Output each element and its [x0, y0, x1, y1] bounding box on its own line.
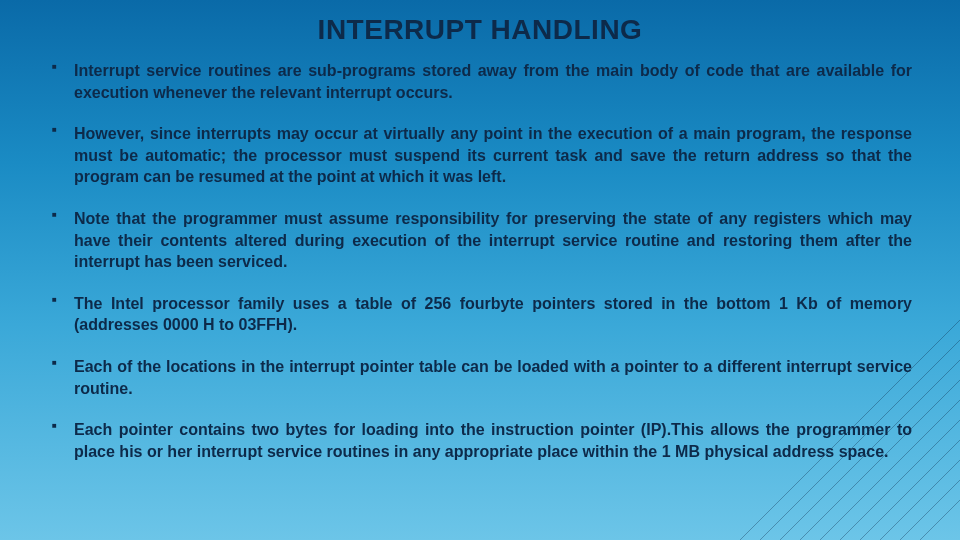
bullet-list: Interrupt service routines are sub-progr…	[48, 60, 912, 462]
slide-title: INTERRUPT HANDLING	[48, 14, 912, 46]
bullet-item: Each pointer contains two bytes for load…	[48, 419, 912, 462]
bullet-item: The Intel processor family uses a table …	[48, 293, 912, 336]
bullet-item: However, since interrupts may occur at v…	[48, 123, 912, 188]
bullet-item: Note that the programmer must assume res…	[48, 208, 912, 273]
bullet-item: Each of the locations in the interrupt p…	[48, 356, 912, 399]
bullet-item: Interrupt service routines are sub-progr…	[48, 60, 912, 103]
slide-container: INTERRUPT HANDLING Interrupt service rou…	[0, 0, 960, 540]
